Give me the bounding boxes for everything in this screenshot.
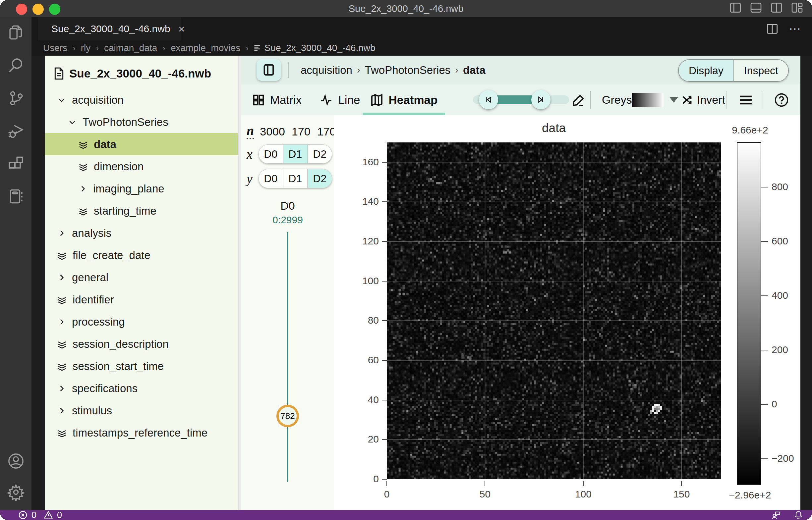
account-icon[interactable]: [7, 452, 25, 470]
more-actions-icon[interactable]: ⋯: [789, 22, 802, 36]
tree-item-label: acquisition: [72, 94, 124, 106]
tab-line[interactable]: Line: [313, 84, 367, 115]
tree-item-general[interactable]: general: [45, 266, 238, 288]
y-axis-tick-label: 120: [334, 235, 379, 247]
viewer-breadcrumb-item[interactable]: acquisition: [301, 64, 352, 77]
dataset-icon: [78, 139, 89, 150]
x-dim-option-D1[interactable]: D1: [283, 145, 307, 163]
colormap-range-slider[interactable]: [473, 95, 569, 104]
invert-arrows-icon: [681, 93, 694, 107]
y-axis-tick-mark: [382, 400, 387, 400]
range-max-handle[interactable]: [531, 90, 550, 109]
x-dim-option-D2[interactable]: D2: [307, 145, 332, 163]
y-dim-option-D2[interactable]: D2: [307, 169, 332, 188]
invert-button[interactable]: [681, 84, 694, 115]
tree-item-imaging_plane[interactable]: imaging_plane: [45, 178, 238, 200]
tree-item-TwoPhotonSeries[interactable]: TwoPhotonSeries: [45, 111, 238, 133]
colorbar-tick-mark: [761, 404, 768, 405]
tree-item-identifier[interactable]: identifier: [45, 288, 238, 311]
problems-indicator[interactable]: 0 0: [0, 510, 62, 520]
run-debug-icon[interactable]: [7, 122, 25, 139]
heatmap-canvas[interactable]: [387, 142, 721, 479]
tree-item-stimulus[interactable]: stimulus: [45, 399, 238, 422]
tree-item-analysis[interactable]: analysis: [45, 222, 238, 244]
y-dim-option-D1[interactable]: D1: [283, 169, 307, 188]
chevron-right-icon: [57, 406, 67, 416]
colorbar-tick-label: 400: [771, 290, 788, 301]
colormap-dropdown-caret[interactable]: [669, 97, 678, 103]
tree-item-label: starting_time: [94, 205, 156, 217]
tree-item-session_description[interactable]: session_description: [45, 333, 238, 355]
toggle-panel-icon[interactable]: [751, 3, 762, 12]
colormap-swatch[interactable]: [632, 93, 664, 107]
breadcrumb-item[interactable]: Users: [43, 43, 67, 53]
inspect-mode-button[interactable]: Inspect: [734, 60, 788, 81]
edit-range-button[interactable]: [571, 84, 586, 115]
heatmap-plot: data 020406080100120140160050100150 9.66…: [334, 115, 801, 510]
tree-item-data[interactable]: data: [45, 133, 238, 155]
extensions-icon[interactable]: [7, 155, 25, 172]
split-editor-icon[interactable]: [767, 24, 778, 34]
tree-item-processing[interactable]: processing: [45, 311, 238, 333]
tab-matrix[interactable]: Matrix: [245, 84, 309, 115]
breadcrumb-file[interactable]: Sue_2x_3000_40_-46.nwb: [254, 43, 375, 53]
tree-item-label: TwoPhotonSeries: [82, 116, 168, 129]
tree-item-specifications[interactable]: specifications: [45, 377, 238, 399]
x-dim-label: x: [247, 147, 252, 162]
tree-item-timestamps_reference_time[interactable]: timestamps_reference_time: [45, 422, 238, 444]
tree-item-label: specifications: [72, 382, 138, 395]
breadcrumb-item[interactable]: rly: [81, 43, 91, 53]
frame-slider-track[interactable]: [287, 232, 288, 482]
y-dim-option-D0[interactable]: D0: [259, 169, 283, 188]
source-control-icon[interactable]: [7, 89, 25, 107]
search-icon[interactable]: [7, 57, 25, 74]
breadcrumb-item[interactable]: caiman_data: [104, 43, 157, 53]
tab-close-icon[interactable]: ×: [178, 23, 185, 35]
status-bar: 0 0: [0, 510, 812, 520]
window-title: Sue_2x_3000_40_-46.nwb: [0, 3, 812, 14]
dataset-icon: [57, 361, 67, 372]
error-count: 0: [31, 510, 36, 520]
display-mode-button[interactable]: Display: [679, 60, 734, 81]
tree-item-starting_time[interactable]: starting_time: [45, 200, 238, 222]
chevron-right-icon: [57, 384, 67, 393]
chevron-down-icon: [67, 117, 77, 127]
tab-nwb-file[interactable]: Sue_2x_3000_40_-46.nwb ×: [38, 17, 181, 41]
display-inspect-toggle: Display Inspect: [678, 59, 789, 82]
tree-item-acquisition[interactable]: acquisition: [45, 89, 238, 111]
colorbar-tick-mark: [761, 350, 768, 350]
frame-slider-handle[interactable]: 782: [276, 405, 299, 427]
warning-icon: [44, 511, 53, 520]
colorbar-tick-mark: [761, 295, 768, 296]
dataset-icon: [57, 427, 67, 438]
invert-label[interactable]: Invert: [697, 84, 725, 115]
help-button[interactable]: [774, 84, 789, 115]
x-dim-option-D0[interactable]: D0: [259, 145, 283, 163]
viewer-toolbar: Matrix Line Heatmap: [241, 84, 801, 115]
toggle-tree-panel-button[interactable]: [256, 59, 281, 81]
feedback-icon[interactable]: [771, 511, 781, 520]
tab-heatmap[interactable]: Heatmap: [363, 84, 445, 115]
toggle-primary-sidebar-icon[interactable]: [730, 3, 741, 12]
settings-gear-icon[interactable]: [7, 484, 25, 501]
tree-item-dimension[interactable]: dimension: [45, 155, 238, 178]
y-axis-tick-label: 80: [334, 315, 379, 326]
tree-item-file_create_date[interactable]: file_create_date: [45, 244, 238, 266]
viewer-breadcrumb-item[interactable]: data: [463, 64, 486, 77]
viewer-breadcrumb-item[interactable]: TwoPhotonSeries: [365, 64, 451, 77]
y-axis-tick-label: 60: [334, 355, 379, 366]
breadcrumb-item[interactable]: example_movies: [171, 43, 240, 53]
toggle-secondary-sidebar-icon[interactable]: [771, 3, 782, 12]
customize-layout-icon[interactable]: [791, 3, 803, 12]
tree-item-label: stimulus: [72, 405, 112, 417]
explorer-icon[interactable]: [7, 24, 25, 41]
tree-item-session_start_time[interactable]: session_start_time: [45, 355, 238, 377]
active-tab-underline: [363, 113, 445, 115]
notifications-bell-icon[interactable]: [794, 511, 803, 520]
nwb-viewer-webview: Sue_2x_3000_40_-46.nwb acquisitionTwoPho…: [31, 56, 812, 510]
menu-button[interactable]: [738, 84, 753, 115]
viewer-body: n 3000170170 x D0D1D2 y D0D1D2 D0 0:2999…: [241, 115, 801, 510]
range-min-handle[interactable]: [479, 90, 498, 109]
notebook-icon[interactable]: [7, 188, 25, 205]
panel-divider[interactable]: [238, 56, 241, 510]
